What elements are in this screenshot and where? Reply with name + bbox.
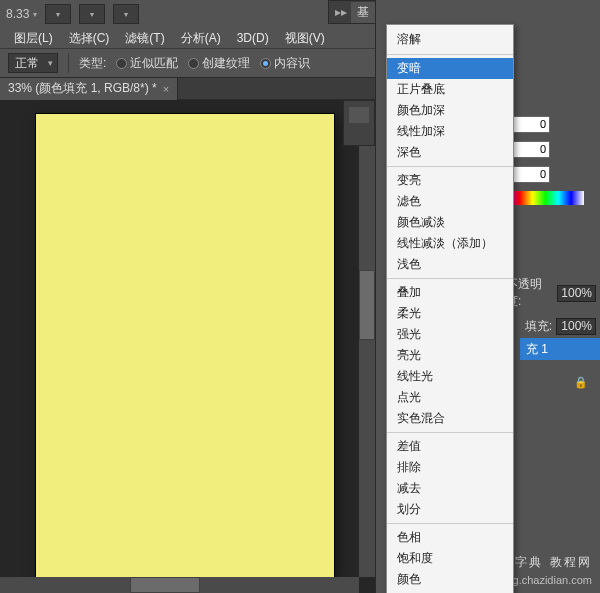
panel-strip [343, 100, 375, 146]
blend-hardlight[interactable]: 强光 [387, 324, 513, 345]
layer-color-fill[interactable]: 充 1 [520, 338, 600, 360]
divider [68, 53, 69, 73]
menu-view[interactable]: 视图(V) [279, 28, 331, 49]
blend-hardmix[interactable]: 实色混合 [387, 408, 513, 429]
type-label: 类型: [79, 55, 106, 72]
menu-3d[interactable]: 3D(D) [231, 29, 275, 47]
opacity-value[interactable]: 100% [557, 285, 596, 302]
scrollbar-vertical[interactable] [359, 100, 375, 577]
tab-title: 33% (颜色填充 1, RGB/8*) * [8, 80, 157, 97]
blend-lightercolor[interactable]: 浅色 [387, 254, 513, 275]
blend-linearlight[interactable]: 线性光 [387, 366, 513, 387]
blend-vividlight[interactable]: 亮光 [387, 345, 513, 366]
green-value[interactable]: 0 [510, 141, 550, 158]
menu-filter[interactable]: 滤镜(T) [119, 28, 170, 49]
menu-select[interactable]: 选择(C) [63, 28, 116, 49]
close-icon[interactable]: × [163, 83, 169, 95]
document-tab[interactable]: 33% (颜色填充 1, RGB/8*) * × [0, 78, 178, 100]
menu-analyze[interactable]: 分析(A) [175, 28, 227, 49]
blend-colordodge[interactable]: 颜色减淡 [387, 212, 513, 233]
blend-pinlight[interactable]: 点光 [387, 387, 513, 408]
canvas[interactable] [36, 114, 334, 578]
lock-icon[interactable]: 🔒 [574, 376, 588, 389]
expand-icon[interactable]: ▸▸ [335, 5, 347, 19]
tool-icon-1[interactable]: ▾ [45, 4, 71, 24]
zoom-value: 8.33 [6, 7, 29, 21]
blend-lighten[interactable]: 变亮 [387, 170, 513, 191]
fill-value[interactable]: 100% [556, 318, 596, 335]
blend-lineardodge[interactable]: 线性减淡（添加） [387, 233, 513, 254]
blend-colorburn[interactable]: 颜色加深 [387, 100, 513, 121]
blend-dissolve[interactable]: 溶解 [387, 28, 513, 51]
menu-layer[interactable]: 图层(L) [8, 28, 59, 49]
chevron-down-icon[interactable]: ▾ [33, 10, 37, 19]
blend-exclusion[interactable]: 排除 [387, 457, 513, 478]
scrollbar-horizontal[interactable] [0, 577, 359, 593]
blend-darkercolor[interactable]: 深色 [387, 142, 513, 163]
blend-screen[interactable]: 滤色 [387, 191, 513, 212]
blend-subtract[interactable]: 减去 [387, 478, 513, 499]
blend-saturation[interactable]: 饱和度 [387, 548, 513, 569]
blend-linearburn[interactable]: 线性加深 [387, 121, 513, 142]
radio-content[interactable]: 内容识 [260, 55, 310, 72]
blend-mode-select[interactable]: 正常 [8, 53, 58, 73]
blend-divide[interactable]: 划分 [387, 499, 513, 520]
blend-overlay[interactable]: 叠加 [387, 282, 513, 303]
radio-approx[interactable]: 近似匹配 [116, 55, 178, 72]
tab-basic[interactable]: 基 [351, 2, 375, 23]
blend-hue[interactable]: 色相 [387, 527, 513, 548]
blend-softlight[interactable]: 柔光 [387, 303, 513, 324]
blend-multiply[interactable]: 正片叠底 [387, 79, 513, 100]
blend-difference[interactable]: 差值 [387, 436, 513, 457]
blend-color[interactable]: 颜色 [387, 569, 513, 590]
fill-label: 填充: [525, 318, 552, 335]
blend-darken[interactable]: 变暗 [387, 58, 513, 79]
red-value[interactable]: 0 [510, 116, 550, 133]
blue-value[interactable]: 0 [510, 166, 550, 183]
radio-texture[interactable]: 创建纹理 [188, 55, 250, 72]
canvas-area [0, 100, 375, 593]
tool-icon-2[interactable]: ▾ [79, 4, 105, 24]
panel-icon[interactable] [349, 107, 369, 123]
tool-icon-3[interactable]: ▾ [113, 4, 139, 24]
blend-mode-menu: 溶解 变暗 正片叠底 颜色加深 线性加深 深色 变亮 滤色 颜色减淡 线性减淡（… [386, 24, 514, 593]
